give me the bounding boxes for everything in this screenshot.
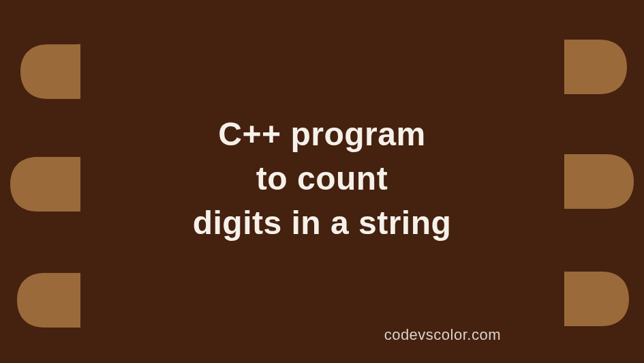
title-heading: C++ program to count digits in a string bbox=[0, 113, 644, 245]
title-line-1: C++ program bbox=[0, 113, 644, 157]
title-line-3: digits in a string bbox=[0, 201, 644, 246]
thumbnail-canvas: C++ program to count digits in a string … bbox=[0, 0, 644, 363]
title-line-2: to count bbox=[0, 157, 644, 201]
watermark-text: codevscolor.com bbox=[384, 326, 501, 344]
